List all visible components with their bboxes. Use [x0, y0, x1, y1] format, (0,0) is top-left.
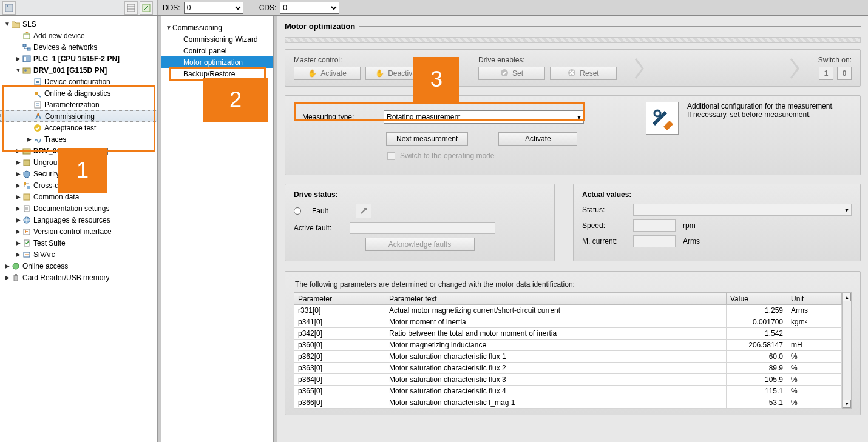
- tree-item[interactable]: ▶SiVArc: [0, 249, 157, 260]
- scroll-down-icon[interactable]: ▾: [843, 400, 851, 408]
- reset-button[interactable]: Reset: [550, 67, 617, 80]
- table-row[interactable]: p362[0]Motor saturation characteristic f…: [294, 351, 842, 363]
- table-cell: r331[0]: [294, 305, 385, 316]
- table-cell: %: [787, 386, 842, 397]
- tree-item[interactable]: ▶Languages & resources: [0, 214, 157, 226]
- table-cell: Motor saturation characteristic flux 2: [385, 363, 727, 374]
- table-row[interactable]: p365[0]Motor saturation characteristic f…: [294, 386, 842, 397]
- table-cell: %: [787, 397, 842, 409]
- annotation-2: 2: [203, 78, 268, 122]
- tree-item[interactable]: ▶Online access: [0, 260, 157, 272]
- table-cell: p360[0]: [294, 340, 385, 351]
- next-measurement-button[interactable]: Next measurement: [386, 132, 468, 146]
- expander-icon[interactable]: ▶: [15, 159, 22, 166]
- switch-0-button[interactable]: 0: [837, 67, 852, 80]
- fault-link-icon[interactable]: [356, 204, 371, 218]
- expander-icon[interactable]: ▶: [15, 170, 22, 177]
- palette-icon[interactable]: [140, 1, 153, 15]
- expander-icon[interactable]: ▼: [165, 24, 172, 31]
- parameter-table[interactable]: Parameter Parameter text Value Unit r331…: [294, 292, 842, 409]
- tree-item[interactable]: Devices & networks: [0, 41, 157, 53]
- switch-1-button[interactable]: 1: [819, 67, 833, 80]
- expander-icon[interactable]: ▼: [4, 21, 11, 27]
- tool-icon[interactable]: [2, 1, 16, 15]
- sec-tree-label: Control panel: [183, 47, 226, 55]
- cds-select[interactable]: 0: [280, 2, 339, 14]
- svg-rect-2: [127, 4, 135, 12]
- expander-icon[interactable]: ▶: [15, 182, 22, 189]
- dds-select[interactable]: 0: [184, 2, 243, 14]
- table-scrollbar[interactable]: ▴ ▾: [842, 292, 852, 409]
- activate-measurement-button[interactable]: Activate: [498, 132, 577, 146]
- expander-icon[interactable]: ▶: [4, 274, 11, 281]
- sec-tree-item[interactable]: Commissioning Wizard: [161, 33, 273, 45]
- ungroup-icon: [22, 158, 32, 167]
- cds-label: CDS:: [259, 4, 277, 12]
- table-row[interactable]: p366[0]Motor saturation characteristic I…: [294, 397, 842, 409]
- expander-icon[interactable]: ▶: [15, 228, 22, 235]
- table-cell: %: [787, 363, 842, 374]
- view-icon[interactable]: [124, 1, 138, 15]
- folder-icon: [11, 19, 21, 29]
- expander-icon[interactable]: ▶: [15, 193, 22, 200]
- expander-icon[interactable]: ▶: [15, 205, 22, 212]
- mcurrent-label: M. current:: [582, 237, 626, 246]
- tree-item[interactable]: ▶Version control interface: [0, 226, 157, 237]
- table-cell: Motor saturation characteristic flux 3: [385, 374, 727, 386]
- activate-button[interactable]: ✋ Activate: [294, 67, 361, 80]
- net-icon: [22, 42, 32, 52]
- expander-icon[interactable]: ▼: [15, 67, 22, 73]
- switch-op-checkbox[interactable]: [387, 152, 395, 160]
- hand-x-icon: ✋: [375, 69, 384, 78]
- col-unit[interactable]: Unit: [787, 293, 842, 305]
- tree-item[interactable]: ▶Card Reader/USB memory: [0, 272, 157, 283]
- table-row[interactable]: r331[0]Actual motor magnetizing current/…: [294, 305, 842, 316]
- sec-tree-item[interactable]: Motor optimization: [161, 56, 273, 68]
- tree-item[interactable]: ▶Test Suite: [0, 237, 157, 249]
- table-row[interactable]: p363[0]Motor saturation characteristic f…: [294, 363, 842, 374]
- top-bar: DDS: 0 CDS: 0: [0, 0, 868, 16]
- expander-icon[interactable]: ▶: [4, 263, 11, 269]
- active-fault-label: Active fault:: [294, 224, 342, 232]
- tree-item-label: Devices & networks: [33, 43, 97, 52]
- table-cell: 1.542: [727, 328, 787, 340]
- table-row[interactable]: p360[0]Motor magnetizing inductance206.5…: [294, 340, 842, 351]
- table-row[interactable]: p341[0]Motor moment of inertia0.001700kg…: [294, 316, 842, 328]
- tree-item[interactable]: ▶PLC_1 [CPU 1515F-2 PN]: [0, 53, 157, 64]
- sec-tree-item[interactable]: Control panel: [161, 45, 273, 56]
- svg-rect-33: [15, 274, 17, 276]
- table-cell: Motor saturation characteristic I_mag 1: [385, 397, 727, 409]
- sec-root-label: Commissioning: [172, 24, 222, 32]
- expander-icon[interactable]: ▶: [15, 216, 22, 223]
- table-cell: p364[0]: [294, 374, 385, 386]
- drive-status-title: Drive status:: [294, 190, 546, 199]
- col-value[interactable]: Value: [727, 293, 787, 305]
- ack-faults-button[interactable]: Acknowledge faults: [365, 238, 475, 251]
- expander-icon[interactable]: ▶: [15, 251, 22, 258]
- hatched-divider: [285, 37, 861, 43]
- expander-icon[interactable]: ▶: [15, 55, 22, 62]
- tree-item-label: Documentation settings: [33, 204, 109, 213]
- annotation-3-meas-outline: [294, 102, 585, 121]
- tree-item[interactable]: ✦Add new device: [0, 30, 157, 41]
- svg-rect-15: [36, 81, 39, 83]
- col-parameter[interactable]: Parameter: [294, 293, 385, 305]
- actual-values-title: Actual values:: [582, 190, 852, 199]
- svg-rect-1: [7, 5, 8, 7]
- config-wrench-icon[interactable]: [646, 102, 679, 135]
- scroll-up-icon[interactable]: ▴: [843, 293, 851, 301]
- tree-item[interactable]: ▶Documentation settings: [0, 203, 157, 214]
- fault-radio[interactable]: [294, 207, 301, 215]
- col-parameter-text[interactable]: Parameter text: [385, 293, 727, 305]
- expander-icon[interactable]: ▶: [15, 239, 22, 246]
- table-row[interactable]: p364[0]Motor saturation characteristic f…: [294, 374, 842, 386]
- x-circle-icon: [568, 69, 576, 79]
- set-button[interactable]: Set: [478, 67, 545, 80]
- project-tree[interactable]: ▼ SLS ✦Add new deviceDevices & networks▶…: [0, 16, 158, 442]
- table-row[interactable]: p342[0]Ratio between the total and motor…: [294, 328, 842, 340]
- tree-item[interactable]: ▼DRV_001 [G115D PN]: [0, 64, 157, 76]
- sec-tree-label: Motor optimization: [183, 58, 243, 67]
- chevron-down-icon: ▾: [845, 206, 849, 214]
- status-combo[interactable]: ▾: [633, 204, 852, 216]
- tree-item-label: Version control interface: [33, 227, 112, 236]
